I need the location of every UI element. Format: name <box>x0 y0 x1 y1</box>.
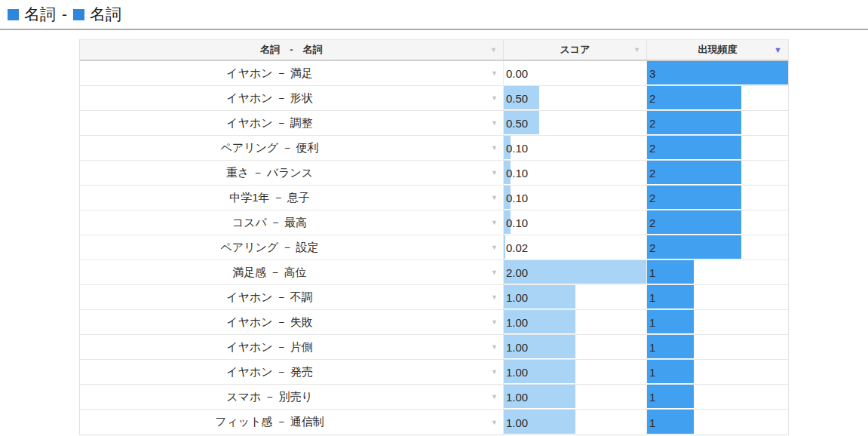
row-dropdown-arrow-icon[interactable]: ▼ <box>491 294 498 301</box>
row-dropdown-arrow-icon[interactable]: ▼ <box>491 120 498 127</box>
score-value: 0.10 <box>506 142 528 155</box>
score-value: 1.00 <box>506 366 528 379</box>
frequency-cell: 1 <box>647 260 788 284</box>
column-header-label: スコア <box>560 43 590 57</box>
row-dropdown-arrow-icon[interactable]: ▼ <box>491 319 498 326</box>
column-header-score[interactable]: スコア ▼ <box>504 40 647 60</box>
table-row: スマホ － 別売り▼1.001 <box>80 385 788 410</box>
table-row: イヤホン － 調整▼0.502 <box>80 111 788 136</box>
frequency-cell: 2 <box>647 210 788 235</box>
table-row: イヤホン － 発売▼1.001 <box>80 360 788 385</box>
noun-pair-label: 満足感 － 高位 <box>232 266 306 280</box>
score-value: 0.02 <box>506 241 528 254</box>
frequency-bar <box>647 136 741 159</box>
row-dropdown-arrow-icon[interactable]: ▼ <box>491 220 498 226</box>
noun-pair-cell: 満足感 － 高位▼ <box>80 260 504 284</box>
table-row: 満足感 － 高位▼2.001 <box>80 260 788 285</box>
table-row: フィット感 － 通信制▼1.001 <box>80 410 788 434</box>
row-dropdown-arrow-icon[interactable]: ▼ <box>491 369 498 376</box>
sort-arrow-active-icon[interactable]: ▼ <box>774 46 782 54</box>
frequency-cell: 1 <box>647 360 788 384</box>
frequency-value: 1 <box>649 316 655 329</box>
row-dropdown-arrow-icon[interactable]: ▼ <box>491 145 498 152</box>
frequency-value: 1 <box>649 266 655 279</box>
sort-arrow-icon[interactable]: ▼ <box>633 47 640 54</box>
frequency-value: 2 <box>649 117 655 130</box>
table-row: イヤホン － 形状▼0.502 <box>80 86 788 111</box>
table-body: イヤホン － 満足▼0.003イヤホン － 形状▼0.502イヤホン － 調整▼… <box>80 61 788 434</box>
row-dropdown-arrow-icon[interactable]: ▼ <box>491 244 498 251</box>
noun-pair-cell: フィット感 － 通信制▼ <box>80 410 504 434</box>
frequency-cell: 1 <box>647 410 788 434</box>
score-value: 2.00 <box>506 266 528 279</box>
table-row: コスパ － 最高▼0.102 <box>80 210 788 235</box>
noun-pair-cell: イヤホン － 失敗▼ <box>80 310 504 334</box>
score-value: 1.00 <box>506 316 528 329</box>
row-dropdown-arrow-icon[interactable]: ▼ <box>491 269 498 276</box>
score-cell: 0.50 <box>504 86 647 110</box>
row-dropdown-arrow-icon[interactable]: ▼ <box>491 170 498 177</box>
score-cell: 0.10 <box>504 161 647 185</box>
score-cell: 0.10 <box>504 186 647 210</box>
noun-pair-label: イヤホン － 発売 <box>226 365 313 379</box>
score-value: 0.10 <box>506 192 528 204</box>
frequency-cell: 2 <box>647 86 788 110</box>
frequency-value: 1 <box>649 291 655 304</box>
legend-square-icon <box>8 9 19 20</box>
frequency-value: 1 <box>649 366 655 379</box>
table-row: イヤホン － 片側▼1.001 <box>80 335 788 360</box>
frequency-value: 2 <box>649 167 655 180</box>
table-row: イヤホン － 満足▼0.003 <box>80 61 788 86</box>
row-dropdown-arrow-icon[interactable]: ▼ <box>491 95 498 102</box>
frequency-value: 1 <box>649 341 655 354</box>
column-header-frequency[interactable]: 出現頻度 ▼ <box>647 40 788 60</box>
noun-pair-label: フィット感 － 通信制 <box>215 415 324 429</box>
frequency-value: 2 <box>649 142 655 155</box>
frequency-value: 2 <box>649 216 655 229</box>
frequency-bar <box>647 61 788 84</box>
frequency-value: 2 <box>649 92 655 105</box>
frequency-value: 1 <box>649 416 655 428</box>
noun-pair-cell: コスパ － 最高▼ <box>80 210 504 235</box>
table-row: 重さ － バランス▼0.102 <box>80 161 788 186</box>
score-value: 1.00 <box>506 341 528 354</box>
frequency-cell: 2 <box>647 186 788 210</box>
table-row: ペアリング － 便利▼0.102 <box>80 136 788 161</box>
frequency-cell: 1 <box>647 285 788 309</box>
frequency-value: 2 <box>649 241 655 254</box>
score-cell: 1.00 <box>504 335 647 359</box>
column-header-label: 出現頻度 <box>698 43 738 57</box>
frequency-cell: 2 <box>647 235 788 259</box>
row-dropdown-arrow-icon[interactable]: ▼ <box>491 344 498 351</box>
frequency-bar <box>647 161 741 184</box>
title-separator: - <box>62 5 67 23</box>
frequency-bar <box>647 210 741 234</box>
frequency-bar <box>647 86 741 109</box>
legend-square-icon <box>73 9 84 20</box>
row-dropdown-arrow-icon[interactable]: ▼ <box>491 394 498 401</box>
noun-pair-label: イヤホン － 不調 <box>226 290 313 305</box>
noun-pair-cell: イヤホン － 不調▼ <box>80 285 504 309</box>
cooccurrence-table: 名詞 - 名詞 ▼ スコア ▼ 出現頻度 ▼ イヤホン － 満足▼0.003イヤ… <box>79 39 789 435</box>
table-row: ペアリング － 設定▼0.022 <box>80 235 788 260</box>
column-header-noun-pair[interactable]: 名詞 - 名詞 ▼ <box>80 40 504 60</box>
score-cell: 0.00 <box>504 61 647 85</box>
frequency-value: 2 <box>649 192 655 204</box>
score-value: 0.10 <box>506 216 528 229</box>
frequency-cell: 2 <box>647 161 788 185</box>
noun-pair-cell: イヤホン － 調整▼ <box>80 111 504 135</box>
column-header-label: 名詞 - 名詞 <box>260 43 322 57</box>
noun-pair-label: 中学1年 － 息子 <box>229 191 310 205</box>
table-row: イヤホン － 不調▼1.001 <box>80 285 788 310</box>
score-cell: 1.00 <box>504 285 647 309</box>
row-dropdown-arrow-icon[interactable]: ▼ <box>491 419 498 425</box>
score-cell: 0.10 <box>504 210 647 235</box>
frequency-value: 1 <box>649 391 655 404</box>
frequency-bar <box>647 235 741 259</box>
noun-pair-cell: イヤホン － 満足▼ <box>80 61 504 85</box>
row-dropdown-arrow-icon[interactable]: ▼ <box>491 195 498 201</box>
score-value: 0.50 <box>506 117 528 130</box>
sort-arrow-icon[interactable]: ▼ <box>490 47 497 54</box>
row-dropdown-arrow-icon[interactable]: ▼ <box>491 70 498 77</box>
score-cell: 0.10 <box>504 136 647 160</box>
